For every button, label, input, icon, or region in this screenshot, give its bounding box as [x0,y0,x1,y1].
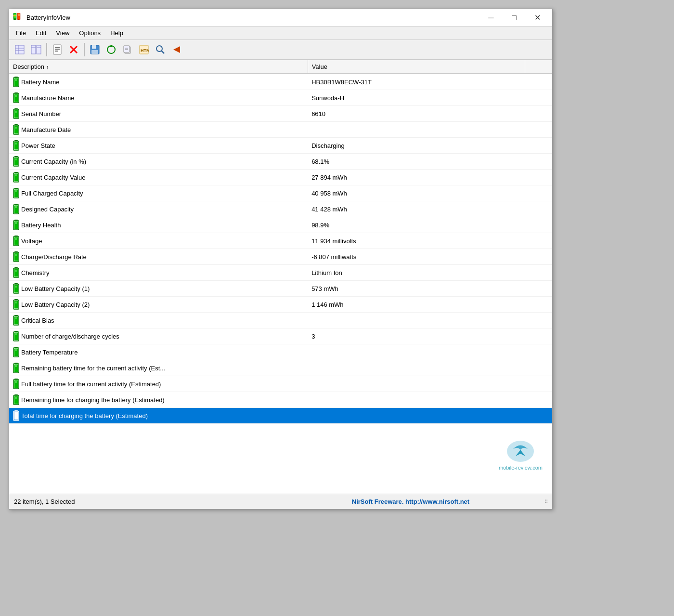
table-row[interactable]: Manufacture NameSunwoda-H [9,90,552,106]
refresh-button[interactable] [104,42,119,57]
table-row[interactable]: Low Battery Capacity (1)573 mWh [9,281,552,297]
table-row[interactable]: Power StateDischarging [9,138,552,154]
close-button[interactable]: ✕ [526,11,548,25]
table-row[interactable]: Full battery time for the current activi… [9,376,552,392]
table-cell-value: 6610 [308,106,525,122]
toolbar: HTML [9,40,552,60]
table-row[interactable]: Number of charge/discharge cycles3 [9,328,552,344]
menu-edit[interactable]: Edit [31,27,51,39]
table-cell-extra [525,122,552,138]
svg-rect-81 [15,254,17,256]
table-cell-value: 41 428 mWh [308,201,525,217]
minimize-button[interactable]: ─ [480,11,502,25]
svg-rect-11 [31,45,36,54]
table-cell-value: Discharging [308,138,525,154]
table-cell-value: 1 146 mWh [308,297,525,313]
table-row[interactable]: Current Capacity (in %)68.1% [9,154,552,170]
table-cell-description: Designed Capacity [9,201,308,217]
table-row[interactable]: Battery NameHB30B1W8ECW-31T [9,74,552,90]
table-cell-description: Serial Number [9,106,308,122]
table-cell-description: Current Capacity (in %) [9,154,308,170]
table-row[interactable]: Voltage11 934 millivolts [9,233,552,249]
table-cell-extra [525,376,552,392]
table-row[interactable]: Low Battery Capacity (2)1 146 mWh [9,297,552,313]
table-row[interactable]: Remaining time for charging the battery … [9,392,552,408]
table-cell-value: -6 807 milliwatts [308,249,525,265]
table-cell-extra [525,297,552,313]
copy-button[interactable] [120,42,135,57]
table-cell-description: Battery Name [9,74,308,90]
table-container[interactable]: Description ↑ Value Battery NameHB30B1W8… [9,60,552,494]
table-cell-value: 3 [308,328,525,344]
table-cell-description: Full battery time for the current activi… [9,376,308,392]
table-cell-extra [525,233,552,249]
table-cell-extra [525,408,552,424]
toolbar-separator-2 [84,43,85,56]
table-row[interactable]: Full Charged Capacity40 958 mWh [9,185,552,201]
table-cell-value [308,392,525,408]
table-cell-extra [525,170,552,185]
table-row[interactable]: Battery Temperature [9,344,552,360]
table-cell-extra [525,154,552,170]
table-cell-value [308,408,525,424]
table-cell-description: Remaining time for charging the battery … [9,392,308,408]
svg-rect-7 [15,45,24,54]
table-cell-value: 68.1% [308,154,525,170]
view-single-button[interactable] [12,42,27,57]
table-cell-extra [525,217,552,233]
svg-rect-15 [53,45,61,54]
table-row[interactable]: Total time for charging the battery (Est… [9,408,552,424]
table-row[interactable]: Designed Capacity41 428 mWh [9,201,552,217]
svg-rect-73 [15,222,17,224]
svg-rect-113 [15,381,17,383]
menu-options[interactable]: Options [74,27,105,39]
table-row[interactable]: Charge/Discharge Rate-6 807 milliwatts [9,249,552,265]
table-row[interactable]: Current Capacity Value27 894 mWh [9,170,552,185]
table-cell-value: 573 mWh [308,281,525,297]
table-cell-extra [525,392,552,408]
table-cell-value [308,376,525,392]
menu-view[interactable]: View [51,27,74,39]
table-row[interactable]: ChemistryLithium Ion [9,265,552,281]
svg-text:HTML: HTML [141,48,149,53]
table-cell-value: HB30B1W8ECW-31T [308,74,525,90]
table-row[interactable]: Critical Bias [9,313,552,328]
table-row[interactable]: Manufacture Date [9,122,552,138]
table-cell-value: 27 894 mWh [308,170,525,185]
title-bar-buttons: ─ □ ✕ [480,11,548,25]
table-row[interactable]: Serial Number6610 [9,106,552,122]
table-row[interactable]: Remaining battery time for the current a… [9,360,552,376]
svg-rect-121 [15,413,17,415]
svg-rect-109 [15,365,17,367]
about-button[interactable] [169,42,184,57]
delete-button[interactable] [66,42,81,57]
view-multi-button[interactable] [28,42,44,57]
table-cell-extra [525,90,552,106]
table-cell-extra [525,249,552,265]
svg-rect-61 [15,174,17,176]
table-cell-description: Total time for charging the battery (Est… [9,408,308,424]
status-nirsoft: NirSoft Freeware. http://www.nirsoft.net [277,498,544,505]
export-html-button[interactable]: HTML [136,42,152,57]
menu-help[interactable]: Help [105,27,128,39]
save-button[interactable] [87,42,103,57]
table-cell-extra [525,313,552,328]
header-description[interactable]: Description ↑ [9,60,308,74]
table-cell-extra [525,281,552,297]
header-value[interactable]: Value [308,60,525,74]
table-cell-description: Current Capacity Value [9,170,308,185]
menu-file[interactable]: File [11,27,31,39]
table-cell-description: Battery Health [9,217,308,233]
table-cell-extra [525,74,552,90]
table-cell-extra [525,138,552,154]
table-cell-description: Critical Bias [9,313,308,328]
svg-rect-12 [37,45,41,54]
app-icon [13,13,23,23]
svg-rect-69 [15,206,17,208]
find-button[interactable] [153,42,168,57]
svg-rect-105 [15,349,17,351]
table-row[interactable]: Battery Health98.9% [9,217,552,233]
properties-button[interactable] [50,42,65,57]
svg-rect-65 [15,190,17,192]
maximize-button[interactable]: □ [503,11,525,25]
